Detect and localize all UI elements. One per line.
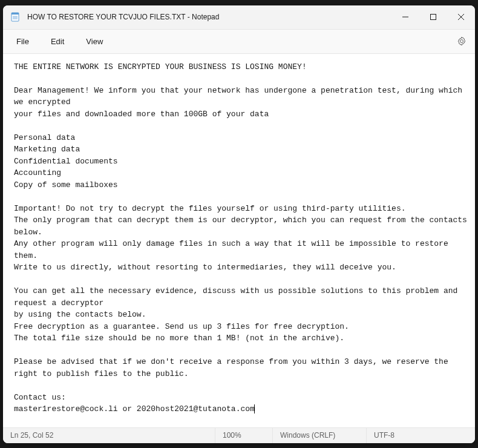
status-cursor-position: Ln 25, Col 52 bbox=[3, 428, 215, 443]
menu-view[interactable]: View bbox=[75, 33, 114, 50]
status-zoom[interactable]: 100% bbox=[215, 428, 272, 443]
titlebar-left: HOW TO RESTORE YOUR TCVJUO FILES.TXT - N… bbox=[3, 12, 219, 22]
close-button[interactable] bbox=[447, 5, 475, 29]
editor-content: THE ENTIRE NETWORK IS ENCRYPTED YOUR BUS… bbox=[14, 62, 472, 414]
menu-items: File Edit View bbox=[5, 33, 114, 50]
notepad-window: HOW TO RESTORE YOUR TCVJUO FILES.TXT - N… bbox=[3, 5, 475, 443]
window-title: HOW TO RESTORE YOUR TCVJUO FILES.TXT - N… bbox=[27, 13, 219, 21]
svg-rect-1 bbox=[11, 13, 19, 15]
menu-edit[interactable]: Edit bbox=[40, 33, 75, 50]
titlebar: HOW TO RESTORE YOUR TCVJUO FILES.TXT - N… bbox=[3, 5, 475, 30]
window-controls bbox=[391, 5, 475, 29]
menu-file[interactable]: File bbox=[5, 33, 40, 50]
statusbar: Ln 25, Col 52 100% Windows (CRLF) UTF-8 bbox=[3, 427, 475, 443]
status-line-ending: Windows (CRLF) bbox=[272, 428, 366, 443]
minimize-button[interactable] bbox=[391, 5, 419, 29]
text-editor[interactable]: THE ENTIRE NETWORK IS ENCRYPTED YOUR BUS… bbox=[3, 54, 475, 427]
gear-icon bbox=[457, 36, 467, 46]
status-encoding: UTF-8 bbox=[366, 428, 475, 443]
maximize-button[interactable] bbox=[419, 5, 447, 29]
text-cursor bbox=[254, 404, 255, 413]
svg-rect-6 bbox=[431, 15, 436, 20]
notepad-icon bbox=[10, 12, 20, 22]
settings-button[interactable] bbox=[453, 33, 470, 50]
menubar: File Edit View bbox=[3, 30, 475, 54]
